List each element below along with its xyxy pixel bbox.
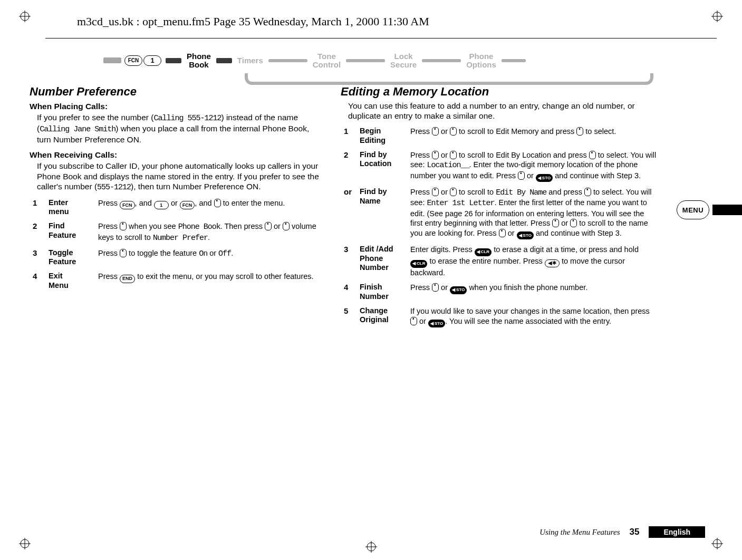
nav-phone-book: Phone Book: [185, 52, 213, 69]
lcd-text: Edit By Name: [496, 188, 546, 197]
nav-lock-secure: Lock Secure: [388, 52, 419, 69]
volume-key-icon: [589, 151, 596, 159]
volume-key-icon: [499, 229, 506, 237]
clr-key-icon: ◀CLR: [410, 260, 427, 268]
volume-key-icon: [432, 188, 439, 196]
step-number: 4: [33, 272, 49, 290]
fcn-key-icon: FCN: [180, 201, 195, 209]
sto-key-icon: ◀STO: [517, 231, 534, 239]
menu-tab: MENU: [677, 200, 742, 219]
lcd-text: Calling 555-1212: [153, 114, 221, 123]
footer-page-number: 35: [630, 527, 640, 537]
step-description: Press to toggle the feature On or Off.: [98, 248, 320, 267]
sto-key-icon: ◀STO: [428, 320, 445, 327]
step-number: 3: [344, 245, 360, 277]
volume-key-icon: [552, 219, 559, 227]
volume-key-icon: [518, 171, 525, 180]
menu-tab-bar: [712, 205, 742, 215]
paragraph-editing-intro: You can use this feature to add a number…: [348, 101, 657, 122]
nav-loop-icon: [245, 73, 653, 85]
menu-tab-label: MENU: [677, 200, 709, 219]
crop-mark-icon: [711, 538, 723, 549]
footer-section: Using the Menu Features: [539, 528, 620, 537]
step-label: Find by Location: [360, 150, 410, 182]
star-key-icon: ◀✱: [545, 259, 560, 267]
clr-key-icon: ◀CLR: [475, 248, 492, 256]
steps-right: 1Begin EditingPress or to scroll to Edit…: [344, 127, 657, 327]
nav-connector: [268, 59, 307, 62]
volume-key-icon: [410, 317, 417, 325]
lcd-text: Phone Book: [178, 223, 220, 231]
lcd-text: Off: [218, 249, 231, 258]
step-number: 5: [344, 306, 360, 327]
end-key-icon: END: [120, 275, 135, 283]
volume-key-icon: [432, 151, 439, 159]
subhead-receiving-calls: When Receiving Calls:: [30, 150, 320, 160]
1-key-icon: 1: [154, 201, 169, 209]
step-description: Press END to exit the menu, or you may s…: [98, 272, 320, 290]
document-header: m3cd_us.bk : opt_menu.fm5 Page 35 Wednes…: [77, 15, 717, 28]
crop-mark-icon: [711, 11, 723, 22]
volume-key-icon: [265, 222, 272, 230]
volume-key-icon: [450, 188, 457, 196]
volume-key-icon: [283, 222, 290, 230]
step-description: Press or to scroll to Edit Memory and pr…: [410, 127, 657, 145]
fcn-key-icon: FCN: [124, 55, 142, 66]
step-label: Begin Editing: [360, 127, 410, 145]
page-footer: Using the Menu Features 35 English: [37, 526, 705, 538]
lcd-text: Calling Jane Smith: [40, 125, 115, 134]
step-description: Enter digits. Press ◀CLR to erase a digi…: [410, 245, 657, 277]
step-label: Finish Number: [360, 283, 410, 301]
crop-mark-icon: [19, 538, 31, 549]
step-label: Change Original: [360, 306, 410, 327]
footer-language: English: [649, 526, 705, 538]
volume-key-icon: [120, 249, 127, 257]
step-description: Press when you see Phone Book. Then pres…: [98, 221, 320, 243]
volume-key-icon: [432, 127, 439, 136]
nav-connector: [502, 59, 526, 62]
lcd-text: On: [199, 249, 207, 258]
step-number: 1: [344, 127, 360, 145]
text: ), then turn Number Preference ON.: [131, 182, 261, 191]
header-rule: [45, 38, 717, 38]
one-key-icon: 1: [143, 55, 161, 66]
volume-key-icon: [120, 222, 127, 230]
volume-key-icon: [584, 188, 591, 196]
step-label: Edit /Add Phone Number: [360, 245, 410, 277]
volume-key-icon: [214, 199, 221, 207]
section-title-editing-memory: Editing a Memory Location: [341, 85, 657, 99]
text: If you prefer to see the number (: [37, 113, 153, 122]
nav-connector: [346, 59, 385, 62]
lcd-text: Location__: [427, 161, 469, 170]
step-description: Press or to scroll to Edit By Location a…: [410, 150, 657, 182]
paragraph-receiving-calls: If you subscribe to Caller ID, your phon…: [37, 161, 320, 193]
step-label: Exit Menu: [49, 272, 98, 290]
volume-key-icon: [432, 283, 439, 292]
step-description: Press or ◀STO when you finish the phone …: [410, 283, 657, 301]
step-number: or: [344, 187, 360, 239]
sto-key-icon: ◀STO: [450, 286, 467, 294]
nav-connector: [216, 58, 232, 63]
section-title-number-preference: Number Preference: [30, 85, 320, 99]
nav-phone-options: Phone Options: [464, 52, 498, 69]
step-label: Enter menu: [49, 198, 98, 217]
volume-key-icon: [450, 127, 457, 136]
crop-mark-icon: [19, 11, 31, 22]
step-description: Press FCN, and 1 or FCN, and to enter th…: [98, 198, 320, 217]
nav-ribbon: FCN 1 Phone Book Timers Tone Control Loc…: [103, 52, 717, 69]
nav-lead-bar: [103, 57, 121, 63]
step-label: Find Feature: [49, 221, 98, 243]
fcn-key-icon: FCN: [120, 201, 135, 209]
lcd-text: Enter 1st Letter: [427, 199, 494, 208]
subhead-placing-calls: When Placing Calls:: [30, 102, 320, 111]
step-number: 1: [33, 198, 49, 217]
right-column: Editing a Memory Location You can use th…: [341, 85, 657, 328]
step-number: 4: [344, 283, 360, 301]
step-number: 2: [33, 221, 49, 243]
nav-tone-control: Tone Control: [311, 52, 343, 69]
volume-key-icon: [450, 151, 457, 159]
nav-connector: [422, 59, 461, 62]
crop-mark-icon: [365, 541, 377, 553]
step-number: 2: [344, 150, 360, 182]
lcd-text: Number Prefer: [153, 234, 208, 243]
